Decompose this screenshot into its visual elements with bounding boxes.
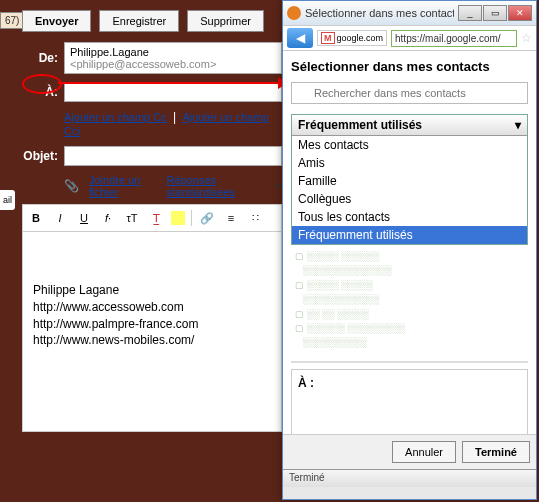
status-bar: Terminé xyxy=(283,469,536,487)
option-frequent[interactable]: Fréquemment utilisés xyxy=(292,226,527,244)
popup-footer: Annuler Terminé xyxy=(283,434,536,469)
save-button[interactable]: Enregistrer xyxy=(99,10,179,32)
option-all-contacts[interactable]: Tous les contacts xyxy=(292,208,527,226)
bold-button[interactable]: B xyxy=(27,209,45,227)
sig-name: Philippe Lagane xyxy=(33,282,271,299)
dropdown-options: Mes contacts Amis Famille Collègues Tous… xyxy=(292,136,527,244)
italic-button[interactable]: I xyxy=(51,209,69,227)
done-button[interactable]: Terminé xyxy=(462,441,530,463)
compose-button-row: Envoyer Enregistrer Supprimer xyxy=(22,10,282,32)
selected-recipients-box[interactable]: À : xyxy=(291,369,528,439)
contacts-popup-window: Sélectionner dans mes contacts - ... _ ▭… xyxy=(282,0,537,500)
window-title-bar[interactable]: Sélectionner dans mes contacts - ... _ ▭… xyxy=(283,1,536,25)
subject-row: Objet: xyxy=(22,146,282,166)
signature-block: Philippe Lagane http://www.accessoweb.co… xyxy=(33,282,271,349)
cc-links-row: Ajouter un champ Cc | Ajouter un champ C… xyxy=(64,110,282,138)
sidebar-count: 67) xyxy=(0,12,24,29)
dropdown-header[interactable]: Fréquemment utilisés ▾ xyxy=(292,115,527,136)
site-identity[interactable]: M google.com xyxy=(317,30,387,46)
option-my-contacts[interactable]: Mes contacts xyxy=(292,136,527,154)
canned-responses-link[interactable]: Réponses standardisées xyxy=(167,174,265,198)
from-name: Philippe.Lagane xyxy=(70,46,149,58)
to-label: À: xyxy=(22,85,58,99)
numbered-list-button[interactable]: ≡ xyxy=(222,209,240,227)
main-background: 67) ail Envoyer Enregistrer Supprimer De… xyxy=(0,0,539,502)
underline-button[interactable]: U xyxy=(75,209,93,227)
gmail-icon: M xyxy=(321,32,335,44)
url-bar: ◀ M google.com https://mail.google.com/ … xyxy=(283,25,536,51)
from-email: <philippe@accessoweb.com> xyxy=(70,58,216,70)
compose-panel: Envoyer Enregistrer Supprimer De: Philip… xyxy=(22,10,282,432)
subject-label: Objet: xyxy=(22,149,58,163)
attach-row: 📎 Joindre un fichier Réponses standardis… xyxy=(64,174,282,198)
contacts-list[interactable]: ▢ ░░░░░ ░░░░░░ ░░░░░░░░░░░░░░ ▢ ░░░░░ ░░… xyxy=(291,245,528,355)
option-friends[interactable]: Amis xyxy=(292,154,527,172)
minimize-button[interactable]: _ xyxy=(458,5,482,21)
close-button[interactable]: ✕ xyxy=(508,5,532,21)
maximize-button[interactable]: ▭ xyxy=(483,5,507,21)
url-field[interactable]: https://mail.google.com/ xyxy=(391,30,517,47)
popup-content: Sélectionner dans mes contacts Fréquemme… xyxy=(283,51,536,469)
sig-url1: http://www.accessoweb.com xyxy=(33,299,271,316)
to-field[interactable] xyxy=(64,82,282,102)
link-button[interactable]: 🔗 xyxy=(198,209,216,227)
from-label: De: xyxy=(22,51,58,65)
firefox-icon xyxy=(287,6,301,20)
contact-search-input[interactable] xyxy=(291,82,528,104)
to-row: À: xyxy=(22,82,282,102)
dropdown-selected: Fréquemment utilisés xyxy=(298,118,422,132)
search-wrap xyxy=(291,82,528,104)
cancel-button[interactable]: Annuler xyxy=(392,441,456,463)
divider xyxy=(291,361,528,363)
format-toolbar: B I U f· τT T̲ 🔗 ≡ ∷ xyxy=(22,204,282,232)
font-button[interactable]: f· xyxy=(99,209,117,227)
window-title: Sélectionner dans mes contacts - ... xyxy=(305,7,454,19)
add-cc-link[interactable]: Ajouter un champ Cc xyxy=(64,111,167,123)
from-field[interactable]: Philippe.Lagane <philippe@accessoweb.com… xyxy=(64,42,282,74)
from-row: De: Philippe.Lagane <philippe@accessoweb… xyxy=(22,42,282,74)
group-dropdown[interactable]: Fréquemment utilisés ▾ Mes contacts Amis… xyxy=(291,114,528,245)
toolbar-separator xyxy=(191,210,192,226)
caret-down-icon[interactable]: ▼ xyxy=(274,182,282,191)
send-button[interactable]: Envoyer xyxy=(22,10,91,32)
attach-file-link[interactable]: Joindre un fichier xyxy=(89,174,157,198)
chevron-down-icon: ▾ xyxy=(515,118,521,132)
size-button[interactable]: τT xyxy=(123,209,141,227)
subject-field[interactable] xyxy=(64,146,282,166)
sig-url2: http://www.palmpre-france.com xyxy=(33,316,271,333)
to-box-label: À : xyxy=(298,376,314,390)
popup-heading: Sélectionner dans mes contacts xyxy=(291,59,528,74)
bookmark-star-icon[interactable]: ☆ xyxy=(521,31,532,45)
highlight-button[interactable] xyxy=(171,211,185,225)
bullet-list-button[interactable]: ∷ xyxy=(246,209,264,227)
delete-button[interactable]: Supprimer xyxy=(187,10,264,32)
back-button[interactable]: ◀ xyxy=(287,28,313,48)
paperclip-icon: 📎 xyxy=(64,179,79,193)
text-color-button[interactable]: T̲ xyxy=(147,209,165,227)
option-colleagues[interactable]: Collègues xyxy=(292,190,527,208)
url-domain: google.com xyxy=(337,33,384,43)
message-body[interactable]: Philippe Lagane http://www.accessoweb.co… xyxy=(22,232,282,432)
option-family[interactable]: Famille xyxy=(292,172,527,190)
cc-separator: | xyxy=(173,110,176,124)
sidebar-tab[interactable]: ail xyxy=(0,190,15,210)
sig-url3: http://www.news-mobiles.com/ xyxy=(33,332,271,349)
status-text: Terminé xyxy=(289,472,325,483)
